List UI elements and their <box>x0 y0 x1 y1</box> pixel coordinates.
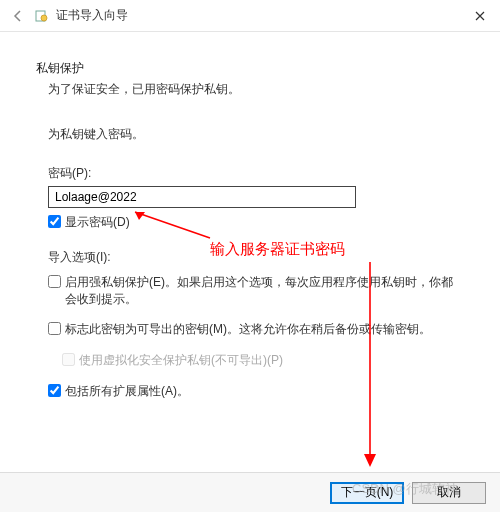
vbs-label: 使用虚拟化安全保护私钥(不可导出)(P) <box>79 352 283 369</box>
all-ext-checkbox[interactable] <box>48 384 61 397</box>
titlebar: 证书导入向导 <box>0 0 500 32</box>
strong-protect-label: 启用强私钥保护(E)。如果启用这个选项，每次应用程序使用私钥时，你都会收到提示。 <box>65 274 464 308</box>
options-label: 导入选项(I): <box>48 249 464 266</box>
option-all-ext: 包括所有扩展属性(A)。 <box>48 383 464 400</box>
exportable-label: 标志此密钥为可导出的密钥(M)。这将允许你在稍后备份或传输密钥。 <box>65 321 431 338</box>
close-icon[interactable] <box>460 0 500 32</box>
svg-point-1 <box>41 15 47 21</box>
cancel-button[interactable]: 取消 <box>412 482 486 504</box>
section-title: 私钥保护 <box>36 60 464 77</box>
section-desc: 为了保证安全，已用密码保护私钥。 <box>48 81 464 98</box>
vbs-checkbox <box>62 353 75 366</box>
show-password-checkbox[interactable] <box>48 215 61 228</box>
option-exportable: 标志此密钥为可导出的密钥(M)。这将允许你在稍后备份或传输密钥。 <box>48 321 464 338</box>
window-title: 证书导入向导 <box>56 7 128 24</box>
option-vbs: 使用虚拟化安全保护私钥(不可导出)(P) <box>62 352 464 369</box>
exportable-checkbox[interactable] <box>48 322 61 335</box>
back-arrow-icon[interactable] <box>8 6 28 26</box>
all-ext-label: 包括所有扩展属性(A)。 <box>65 383 189 400</box>
password-prompt: 为私钥键入密码。 <box>48 126 464 143</box>
footer: 下一页(N) 取消 <box>0 472 500 512</box>
show-password-label: 显示密码(D) <box>65 214 130 231</box>
certificate-icon <box>34 8 50 24</box>
password-input[interactable] <box>48 186 356 208</box>
password-group: 密码(P): 显示密码(D) <box>48 165 464 231</box>
show-password-row: 显示密码(D) <box>48 214 464 231</box>
option-strong-protect: 启用强私钥保护(E)。如果启用这个选项，每次应用程序使用私钥时，你都会收到提示。 <box>48 274 464 308</box>
strong-protect-checkbox[interactable] <box>48 275 61 288</box>
svg-marker-5 <box>364 454 376 467</box>
content-area: 私钥保护 为了保证安全，已用密码保护私钥。 为私钥键入密码。 密码(P): 显示… <box>0 32 500 400</box>
next-button[interactable]: 下一页(N) <box>330 482 404 504</box>
import-options: 导入选项(I): 启用强私钥保护(E)。如果启用这个选项，每次应用程序使用私钥时… <box>48 249 464 400</box>
password-label: 密码(P): <box>48 165 464 182</box>
